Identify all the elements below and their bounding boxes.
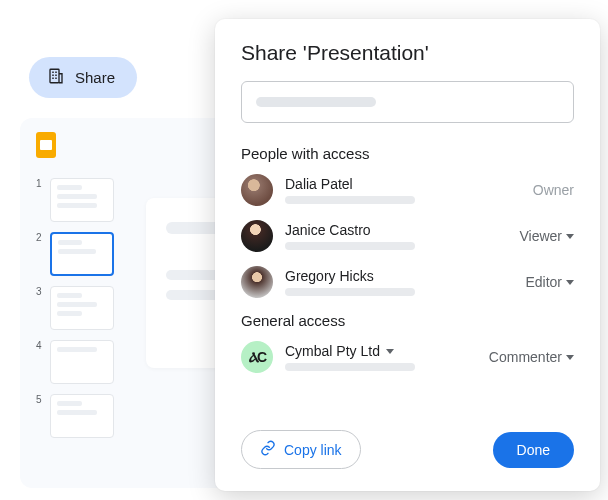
svg-rect-0 <box>50 69 59 83</box>
person-name: Dalia Patel <box>285 176 521 192</box>
person-email-placeholder <box>285 288 415 296</box>
person-name: Gregory Hicks <box>285 268 513 284</box>
slide-thumbnail-selected[interactable] <box>50 232 114 276</box>
general-access-row: ⲀC Cymbal Pty Ltd Commenter <box>241 341 574 373</box>
person-row: Janice Castro Viewer <box>241 220 574 252</box>
person-name: Janice Castro <box>285 222 507 238</box>
copy-link-button[interactable]: Copy link <box>241 430 361 469</box>
slide-thumbnail[interactable] <box>50 394 114 438</box>
share-dialog: Share 'Presentation' People with access … <box>215 19 600 491</box>
avatar <box>241 174 273 206</box>
role-dropdown[interactable]: Editor <box>525 274 574 290</box>
org-sub-placeholder <box>285 363 415 371</box>
share-button[interactable]: Share <box>29 57 137 98</box>
chevron-down-icon <box>386 349 394 354</box>
slide-thumbnail[interactable] <box>50 178 114 222</box>
role-owner: Owner <box>533 182 574 198</box>
org-name-dropdown[interactable]: Cymbal Pty Ltd <box>285 343 477 359</box>
copy-link-label: Copy link <box>284 442 342 458</box>
thumb-number: 4 <box>36 340 44 351</box>
chevron-down-icon <box>566 280 574 285</box>
thumb-number: 2 <box>36 232 44 243</box>
person-email-placeholder <box>285 242 415 250</box>
dialog-title: Share 'Presentation' <box>241 41 574 65</box>
person-row: Gregory Hicks Editor <box>241 266 574 298</box>
thumb-number: 1 <box>36 178 44 189</box>
done-button[interactable]: Done <box>493 432 574 468</box>
chevron-down-icon <box>566 355 574 360</box>
general-role-dropdown[interactable]: Commenter <box>489 349 574 365</box>
building-icon <box>47 67 65 88</box>
avatar <box>241 266 273 298</box>
slides-app-icon <box>36 132 56 158</box>
add-people-input[interactable] <box>241 81 574 123</box>
input-placeholder <box>256 97 376 107</box>
person-email-placeholder <box>285 196 415 204</box>
share-button-label: Share <box>75 69 115 86</box>
chevron-down-icon <box>566 234 574 239</box>
thumb-number: 5 <box>36 394 44 405</box>
slide-thumbnail[interactable] <box>50 340 114 384</box>
section-general-heading: General access <box>241 312 574 329</box>
org-icon: ⲀC <box>241 341 273 373</box>
section-people-heading: People with access <box>241 145 574 162</box>
role-dropdown[interactable]: Viewer <box>519 228 574 244</box>
thumb-number: 3 <box>36 286 44 297</box>
person-row: Dalia Patel Owner <box>241 174 574 206</box>
avatar <box>241 220 273 252</box>
link-icon <box>260 440 276 459</box>
slide-thumbnail[interactable] <box>50 286 114 330</box>
